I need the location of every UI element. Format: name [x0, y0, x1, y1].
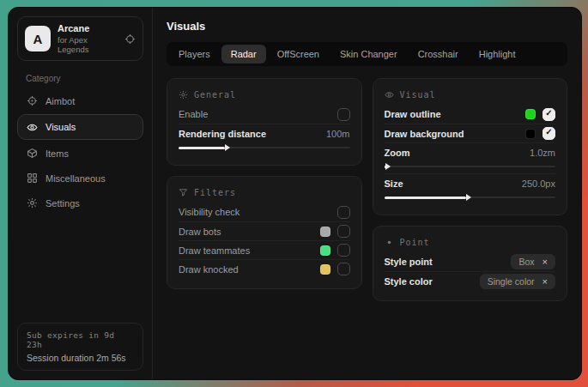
general-header: General — [179, 88, 350, 105]
zoom-row: Zoom 1.0zm — [385, 142, 556, 161]
visibility-check-checkbox[interactable] — [337, 206, 350, 219]
size-value: 250.0px — [522, 178, 555, 189]
sidebar-item-settings[interactable]: Settings — [17, 191, 143, 215]
draw-teammates-checkbox[interactable] — [337, 244, 350, 257]
close-icon[interactable]: × — [543, 257, 548, 267]
draw-knocked-row: Draw knocked — [179, 259, 350, 278]
sidebar-item-visuals[interactable]: Visuals — [17, 114, 143, 140]
style-point-value: Box — [518, 257, 534, 267]
app-subtitle: for Apex Legends — [58, 35, 118, 54]
point-card: Point Style point Box × Style color Sing… — [373, 226, 568, 301]
style-color-row: Style color Single color × — [385, 271, 556, 290]
draw-outline-label: Draw outline — [385, 109, 441, 119]
size-row: Size 250.0px — [385, 173, 556, 192]
tab-skin-changer[interactable]: Skin Changer — [330, 45, 407, 63]
draw-background-controls — [525, 127, 555, 140]
sidebar-item-label: Items — [45, 148, 69, 159]
visual-card: Visual Draw outline Draw background — [373, 78, 568, 215]
sidebar-item-label: Visuals — [45, 122, 76, 132]
draw-teammates-row: Draw teammates — [179, 240, 350, 259]
point-header: Point — [385, 235, 556, 252]
tab-highlight[interactable]: Highlight — [470, 45, 525, 63]
sidebar-item-label: Settings — [45, 198, 80, 209]
slider-fill[interactable] — [179, 147, 225, 149]
zoom-slider[interactable] — [385, 163, 556, 171]
dot-icon — [385, 238, 394, 247]
style-point-row: Style point Box × — [385, 252, 556, 271]
draw-bots-row: Draw bots — [179, 221, 350, 240]
draw-knocked-label: Draw knocked — [179, 264, 239, 275]
draw-background-color-swatch[interactable] — [525, 129, 536, 139]
draw-knocked-color-swatch[interactable] — [320, 264, 330, 275]
close-icon[interactable]: × — [543, 276, 548, 287]
tab-radar[interactable]: Radar — [221, 45, 266, 63]
right-column: Visual Draw outline Draw background — [373, 78, 568, 301]
draw-outline-color-swatch[interactable] — [525, 109, 536, 119]
visibility-check-label: Visibility check — [179, 207, 239, 217]
draw-teammates-color-swatch[interactable] — [320, 245, 330, 256]
tab-bar: Players Radar OffScreen Skin Changer Cro… — [167, 42, 567, 66]
sidebar-nav: Aimbot Visuals Items Miscellaneous — [17, 89, 143, 215]
section-title: Filters — [194, 188, 236, 197]
section-title: General — [194, 90, 236, 100]
draw-knocked-controls — [320, 263, 350, 275]
general-card: General Enable Rendering distance 100m — [167, 78, 362, 166]
draw-bots-checkbox[interactable] — [337, 225, 350, 238]
session-duration-text: Session duration 2m 56s — [27, 353, 134, 363]
rendering-distance-row: Rendering distance 100m — [179, 124, 350, 142]
tab-offscreen[interactable]: OffScreen — [268, 45, 329, 63]
sidebar-item-items[interactable]: Items — [17, 142, 143, 165]
enable-label: Enable — [179, 109, 208, 119]
slider-fill[interactable] — [385, 197, 467, 199]
draw-bots-color-swatch[interactable] — [320, 227, 330, 237]
gear-icon — [27, 197, 38, 209]
slider-track — [385, 166, 556, 167]
left-column: General Enable Rendering distance 100m — [167, 78, 362, 289]
zoom-value: 1.0zm — [530, 148, 555, 158]
tab-players[interactable]: Players — [169, 45, 220, 63]
draw-background-checkbox[interactable] — [543, 127, 555, 140]
tab-crosshair[interactable]: Crosshair — [409, 45, 468, 63]
main-content: Visuals Players Radar OffScreen Skin Cha… — [153, 8, 581, 379]
style-point-select[interactable]: Box × — [511, 254, 555, 269]
content-columns: General Enable Rendering distance 100m — [167, 78, 567, 301]
draw-bots-label: Draw bots — [179, 227, 221, 237]
session-card: Sub expires in 9d 23h Session duration 2… — [17, 323, 143, 371]
page-title: Visuals — [167, 20, 567, 33]
style-color-select[interactable]: Single color × — [480, 274, 555, 289]
enable-checkbox[interactable] — [337, 108, 350, 121]
draw-bots-controls — [320, 225, 350, 238]
visibility-check-row: Visibility check — [179, 203, 350, 221]
sidebar-item-label: Aimbot — [45, 96, 75, 106]
sidebar-item-aimbot[interactable]: Aimbot — [17, 89, 143, 112]
draw-teammates-controls — [320, 244, 350, 257]
filters-card: Filters Visibility check Draw bots — [167, 176, 362, 289]
sidebar-item-miscellaneous[interactable]: Miscellaneous — [17, 166, 143, 190]
brand-card: A Arcane for Apex Legends — [17, 16, 143, 61]
sidebar-spacer — [17, 215, 143, 323]
slider-fill[interactable] — [385, 166, 386, 168]
grid-icon — [27, 172, 38, 184]
size-label: Size — [385, 178, 403, 189]
draw-background-row: Draw background — [385, 124, 556, 142]
section-title: Point — [400, 238, 430, 247]
category-label: Category — [26, 74, 143, 83]
draw-outline-checkbox[interactable] — [543, 108, 555, 121]
style-point-label: Style point — [385, 257, 433, 267]
sub-expires-text: Sub expires in 9d 23h — [27, 330, 134, 349]
eye-icon — [385, 90, 394, 100]
crosshair-icon — [27, 95, 38, 106]
brand-text: Arcane for Apex Legends — [58, 23, 118, 54]
size-slider[interactable] — [385, 194, 556, 202]
rendering-distance-label: Rendering distance — [179, 129, 266, 139]
rendering-distance-slider[interactable] — [179, 144, 350, 152]
app-logo: A — [25, 26, 51, 51]
rendering-distance-value: 100m — [326, 129, 350, 139]
crosshair-icon[interactable] — [124, 33, 136, 45]
visual-header: Visual — [385, 88, 556, 105]
app-window: A Arcane for Apex Legends Category Aimbo… — [8, 7, 582, 380]
draw-background-label: Draw background — [385, 129, 464, 139]
draw-teammates-label: Draw teammates — [179, 245, 250, 256]
draw-knocked-checkbox[interactable] — [337, 263, 350, 275]
enable-row: Enable — [179, 105, 350, 124]
